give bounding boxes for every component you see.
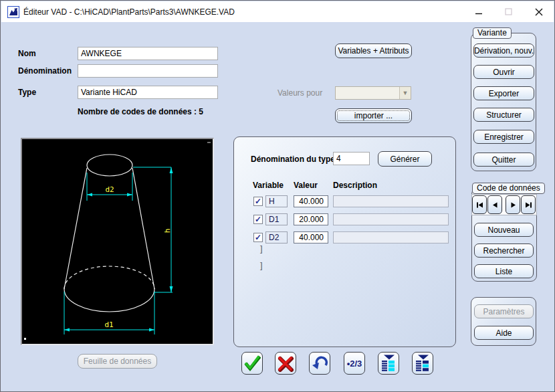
variante-group-label: Variante (473, 27, 512, 39)
dim-label-d2: d2 (105, 185, 114, 194)
type-label: Type (18, 88, 36, 97)
row-checkbox[interactable]: ✓ (253, 197, 263, 206)
ouvrir-button[interactable]: Ouvrir (473, 65, 534, 79)
valeurs-pour-label: Valeurs pour (278, 88, 322, 98)
variable-description-field[interactable] (333, 213, 449, 225)
importer-button[interactable]: importer ... (335, 108, 412, 123)
variables-attributs-button[interactable]: Variables + Attributs (335, 43, 412, 58)
first-record-icon (475, 201, 484, 209)
page-indicator-text: •2/3 (347, 359, 362, 369)
data-list-current-button[interactable] (412, 352, 433, 375)
ok-check-icon (243, 355, 261, 372)
variable-name-field[interactable]: D1 (265, 213, 288, 225)
app-icon (7, 6, 19, 18)
row-checkbox[interactable]: ✓ (253, 215, 263, 224)
part-preview-canvas[interactable]: d2 h d1 (21, 138, 214, 345)
enregistrer-button[interactable]: Enregistrer (473, 130, 534, 144)
variable-value-input[interactable] (294, 213, 328, 225)
valeurs-pour-value (336, 87, 399, 99)
cone-drawing: d2 h d1 (22, 139, 213, 344)
exporter-button[interactable]: Exporter (473, 86, 534, 100)
aide-button[interactable]: Aide (474, 326, 534, 340)
valeurs-pour-combobox[interactable]: ▼ (335, 86, 411, 100)
col-header-variable: Variable (253, 181, 284, 190)
variable-name-field[interactable]: D2 (265, 231, 288, 243)
page-indicator-button[interactable]: •2/3 (344, 352, 365, 375)
stray-bracket: ] (260, 243, 263, 254)
rechercher-button[interactable]: Rechercher (474, 243, 534, 258)
row-checkbox[interactable]: ✓ (253, 233, 263, 242)
nom-label: Nom (18, 49, 36, 58)
last-record-icon (524, 201, 533, 209)
ok-button[interactable] (241, 352, 263, 375)
code-donnees-group-label: Code de données (472, 183, 545, 194)
parametres-button: Paramètres (474, 304, 534, 318)
liste-button[interactable]: Liste (474, 264, 534, 278)
nom-input[interactable] (78, 47, 218, 60)
next-record-icon (509, 201, 518, 209)
variable-description-field[interactable] (333, 195, 449, 207)
structurer-button[interactable]: Structurer (473, 108, 534, 122)
col-header-description: Description (333, 181, 377, 190)
denomination-label: Dénomination (18, 66, 72, 76)
stray-bracket: ] (260, 260, 263, 270)
close-button[interactable] (524, 1, 554, 22)
previous-record-button[interactable] (487, 195, 502, 214)
denomination-du-type-label: Dénomination du type (251, 155, 335, 164)
dim-label-d1: d1 (104, 320, 113, 329)
window-title: Éditeur VAD - C:\HiCAD\PlantParts\Parts3… (23, 7, 235, 17)
variable-description-field[interactable] (333, 231, 449, 243)
data-list-current-icon (415, 355, 431, 373)
type-input[interactable] (78, 86, 218, 99)
variable-value-input[interactable] (294, 231, 328, 243)
dim-label-h: h (163, 229, 172, 233)
denomination-input[interactable] (78, 64, 218, 78)
next-record-button[interactable] (506, 195, 520, 214)
maximize-button (493, 1, 524, 22)
feuille-de-donnees-button[interactable]: Feuille de données (78, 354, 157, 369)
col-header-valeur: Valeur (294, 181, 318, 190)
codes-count-text: Nombre de codes de données : 5 (78, 107, 203, 116)
denomination-du-type-input[interactable] (333, 152, 370, 165)
undo-button[interactable] (309, 352, 330, 375)
quitter-button[interactable]: Quitter (473, 153, 534, 167)
generer-button[interactable]: Générer (378, 151, 432, 167)
first-record-button[interactable] (472, 195, 487, 214)
variable-value-input[interactable] (294, 195, 328, 207)
previous-record-icon (491, 201, 500, 209)
data-list-all-button[interactable] (378, 352, 399, 375)
data-list-all-icon (380, 355, 397, 373)
undo-arrow-icon (311, 355, 328, 372)
variable-name-field[interactable]: H (265, 195, 288, 207)
cancel-x-icon (277, 355, 294, 372)
derivation-nouv-button[interactable]: Dérivation, nouv. (473, 43, 534, 58)
nouveau-button[interactable]: Nouveau (474, 223, 534, 237)
minimize-button[interactable] (463, 1, 493, 22)
editor-vad-window: Éditeur VAD - C:\HiCAD\PlantParts\Parts3… (0, 0, 555, 392)
chevron-down-icon: ▼ (399, 87, 411, 99)
cancel-button[interactable] (275, 352, 296, 375)
last-record-button[interactable] (521, 195, 536, 214)
titlebar: Éditeur VAD - C:\HiCAD\PlantParts\Parts3… (1, 1, 554, 22)
